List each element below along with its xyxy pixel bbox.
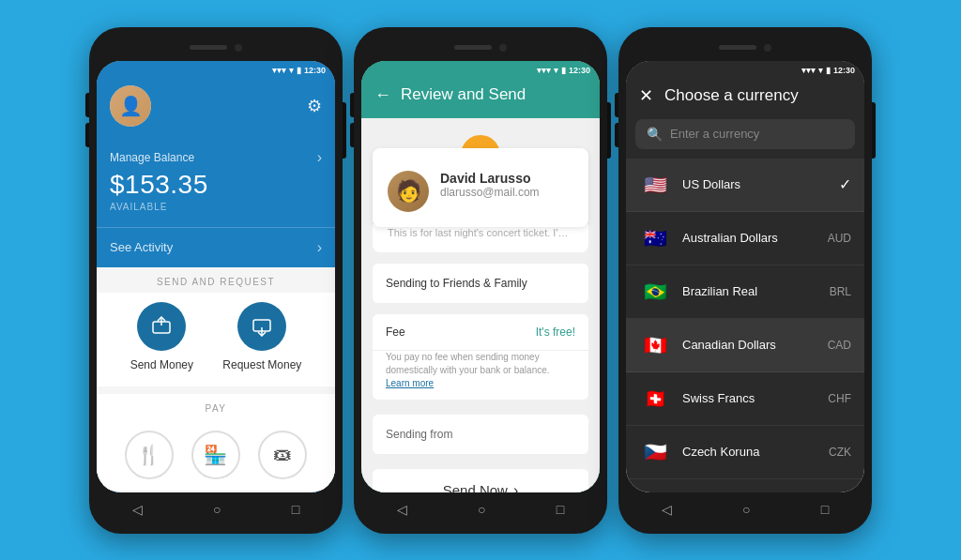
phone-top-bar-2 xyxy=(361,35,600,61)
phone3-bottom-bar: ◁ ○ □ xyxy=(626,492,864,526)
avatar-img: 👤 xyxy=(110,85,151,127)
home-button-2[interactable]: ○ xyxy=(478,502,485,517)
back-button-3[interactable]: ◁ xyxy=(662,502,672,517)
fee-value: It's free! xyxy=(536,325,575,339)
phone1-status-icons: ▾▾▾ ▾ ▮ 12:30 xyxy=(272,66,326,75)
manage-balance-chevron: › xyxy=(317,149,322,166)
currency-name-aud: Australian Dollars xyxy=(682,231,816,245)
sending-type-label: Sending to Friends & Family xyxy=(386,277,527,290)
signal-icon-3: ▾▾▾ xyxy=(801,66,816,75)
message-text: This is for last night's concert ticket.… xyxy=(388,227,569,238)
flag-aud: 🇦🇺 xyxy=(639,222,671,254)
time-display: 12:30 xyxy=(304,66,326,75)
usd-check-mark: ✓ xyxy=(839,175,851,193)
phone3-content: ▾▾▾ ▾ ▮ 12:30 ✕ Choose a currency 🔍 Ente… xyxy=(626,61,864,492)
restaurant-pay-icon[interactable]: 🍴 xyxy=(125,431,174,479)
fee-row: Fee It's free! xyxy=(373,314,588,351)
send-now-chevron: › xyxy=(513,482,518,492)
phone-top-bar-1 xyxy=(97,35,335,61)
signal-icon-2: ▾▾▾ xyxy=(537,66,551,75)
send-money-item[interactable]: Send Money xyxy=(130,302,193,371)
currency-code-chf: CHF xyxy=(828,392,851,405)
phone-camera-3 xyxy=(764,44,771,52)
phone1-content: ▾▾▾ ▾ ▮ 12:30 👤 ⚙ Manage Bala xyxy=(97,61,335,492)
home-button-1[interactable]: ○ xyxy=(213,502,221,517)
recents-button-3[interactable]: □ xyxy=(821,502,829,517)
review-send-title: Review and Send xyxy=(401,85,526,104)
pay-section: PAY 🍴 🏪 🎟 xyxy=(97,394,335,491)
send-money-label: Send Money xyxy=(130,358,193,371)
recipient-info: David Larusso dlarusso@mail.com xyxy=(440,171,573,199)
home-button-3[interactable]: ○ xyxy=(742,502,750,517)
avatar[interactable]: 👤 xyxy=(110,85,151,127)
ticket-pay-icon[interactable]: 🎟 xyxy=(258,431,307,479)
sending-from-label: Sending from xyxy=(386,428,452,441)
currency-item-cad[interactable]: 🇨🇦 Canadian Dollars CAD xyxy=(626,319,864,372)
recents-button-2[interactable]: □ xyxy=(557,502,564,517)
fee-label: Fee xyxy=(386,325,405,339)
balance-section: Manage Balance › $153.35 AVAILABLE xyxy=(97,140,335,227)
phone2-bottom-bar: ◁ ○ □ xyxy=(361,492,600,526)
sending-type-row[interactable]: Sending to Friends & Family › xyxy=(373,264,588,303)
currency-search-placeholder: Enter a currency xyxy=(670,127,759,141)
phone-camera-1 xyxy=(235,44,242,52)
sending-from-row[interactable]: Sending from › xyxy=(373,415,588,454)
currency-item-usd[interactable]: 🇺🇸 US Dollars ✓ xyxy=(626,159,864,212)
currency-name-cad: Canadian Dollars xyxy=(682,338,816,352)
back-button-1[interactable]: ◁ xyxy=(132,502,143,517)
balance-amount-row: $153.35 xyxy=(110,170,322,200)
currency-name-chf: Swiss Francs xyxy=(682,391,816,405)
choose-currency-title: Choose a currency xyxy=(664,86,799,105)
currency-item-czk[interactable]: 🇨🇿 Czech Koruna CZK xyxy=(626,426,864,479)
currency-item-brl[interactable]: 🇧🇷 Brazilian Real BRL xyxy=(626,265,864,319)
phone1-screen: ▾▾▾ ▾ ▮ 12:30 👤 ⚙ Manage Bala xyxy=(97,61,335,492)
back-button-2[interactable]: ◁ xyxy=(397,502,407,517)
flag-chf: 🇨🇭 xyxy=(639,383,671,415)
time-display-3: 12:30 xyxy=(833,66,855,75)
phone1-bottom-bar: ◁ ○ □ xyxy=(97,492,335,526)
sending-type-chevron: › xyxy=(571,275,575,292)
flag-brl: 🇧🇷 xyxy=(639,276,671,308)
manage-balance-row[interactable]: Manage Balance › xyxy=(110,149,322,166)
recents-button-1[interactable]: □ xyxy=(292,502,299,517)
currency-item-dkk[interactable]: 🇩🇰 Danish Kroner DKK xyxy=(626,479,864,492)
flag-czk: 🇨🇿 xyxy=(639,436,671,468)
phone2-header: ← Review and Send xyxy=(361,80,600,118)
phone-speaker-1 xyxy=(190,45,227,50)
currency-search[interactable]: 🔍 Enter a currency xyxy=(635,119,855,149)
settings-icon[interactable]: ⚙ xyxy=(307,96,322,116)
currency-search-icon: 🔍 xyxy=(647,127,663,142)
send-now-button[interactable]: Send Now › xyxy=(373,469,588,492)
send-now-label: Send Now xyxy=(443,482,508,492)
currency-item-aud[interactable]: 🇦🇺 Australian Dollars AUD xyxy=(626,212,864,265)
currency-code-czk: CZK xyxy=(829,446,851,459)
fee-section: Fee It's free! You pay no fee when sendi… xyxy=(373,314,588,400)
phone-2: ▾▾▾ ▾ ▮ 12:30 ← Review and Send $50 xyxy=(354,27,607,534)
back-arrow-icon[interactable]: ← xyxy=(374,85,391,105)
send-money-icon xyxy=(137,302,186,351)
see-activity-chevron: › xyxy=(317,239,322,256)
phone3-status-bar: ▾▾▾ ▾ ▮ 12:30 xyxy=(626,61,864,80)
store-pay-icon[interactable]: 🏪 xyxy=(191,431,240,479)
available-label: AVAILABLE xyxy=(110,202,322,212)
send-request-row: Send Money Request Money xyxy=(97,293,335,386)
wifi-icon-3: ▾ xyxy=(818,66,823,75)
battery-icon-2: ▮ xyxy=(561,66,566,75)
currency-code-aud: AUD xyxy=(828,232,851,245)
recipient-avatar: 🧑 xyxy=(388,171,429,212)
phone-top-bar-3 xyxy=(626,35,864,61)
phone2-status-bar: ▾▾▾ ▾ ▮ 12:30 xyxy=(361,61,600,80)
currency-item-chf[interactable]: 🇨🇭 Swiss Francs CHF xyxy=(626,372,864,426)
battery-icon: ▮ xyxy=(297,66,301,75)
pay-icons-row: 🍴 🏪 🎟 xyxy=(97,419,335,491)
learn-more-link[interactable]: Learn more xyxy=(386,378,434,388)
close-icon[interactable]: ✕ xyxy=(639,85,653,106)
sending-type-section: Sending to Friends & Family › xyxy=(373,264,588,303)
phone-3: ▾▾▾ ▾ ▮ 12:30 ✕ Choose a currency 🔍 Ente… xyxy=(618,27,872,534)
phone3-screen: ▾▾▾ ▾ ▮ 12:30 ✕ Choose a currency 🔍 Ente… xyxy=(626,61,864,492)
request-money-item[interactable]: Request Money xyxy=(222,302,301,371)
see-activity-row[interactable]: See Activity › xyxy=(97,227,335,267)
phone1-status-bar: ▾▾▾ ▾ ▮ 12:30 xyxy=(97,61,335,80)
recipient-email: dlarusso@mail.com xyxy=(440,186,573,199)
currency-name-brl: Brazilian Real xyxy=(682,284,818,298)
